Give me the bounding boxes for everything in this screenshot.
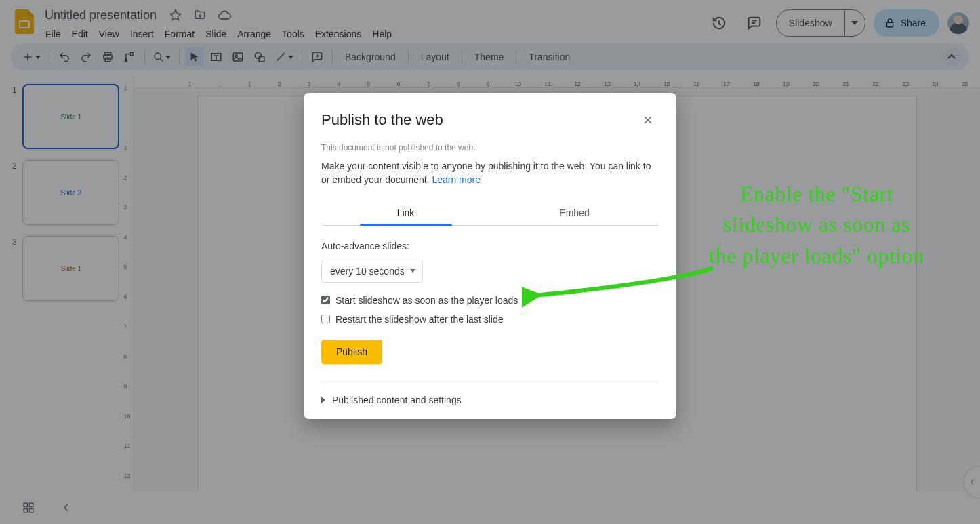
dialog-tabs: Link Embed xyxy=(321,201,659,226)
dialog-subtitle: This document is not published to the we… xyxy=(321,143,659,153)
dialog-title: Publish to the web xyxy=(321,111,637,129)
auto-advance-select[interactable]: every 10 seconds xyxy=(321,260,423,283)
learn-more-link[interactable]: Learn more xyxy=(432,174,481,185)
dropdown-icon xyxy=(410,269,415,273)
dialog-description: Make your content visible to anyone by p… xyxy=(321,159,659,187)
auto-advance-label: Auto-advance slides: xyxy=(321,241,659,251)
checkbox-start-slideshow[interactable]: Start slideshow as soon as the player lo… xyxy=(321,295,659,306)
expander-published-content[interactable]: Published content and settings xyxy=(321,395,659,405)
tab-embed[interactable]: Embed xyxy=(490,201,659,225)
tab-link[interactable]: Link xyxy=(321,201,490,225)
divider xyxy=(321,382,659,382)
checkbox-start-slideshow-input[interactable] xyxy=(321,296,330,304)
checkbox-restart-slideshow[interactable]: Restart the slideshow after the last sli… xyxy=(321,314,659,325)
publish-button[interactable]: Publish xyxy=(321,340,382,364)
auto-advance-value: every 10 seconds xyxy=(330,266,405,277)
close-icon[interactable] xyxy=(637,109,659,131)
checkbox-restart-slideshow-input[interactable] xyxy=(321,315,330,323)
publish-dialog: Publish to the web This document is not … xyxy=(304,93,676,419)
triangle-right-icon xyxy=(321,397,325,403)
